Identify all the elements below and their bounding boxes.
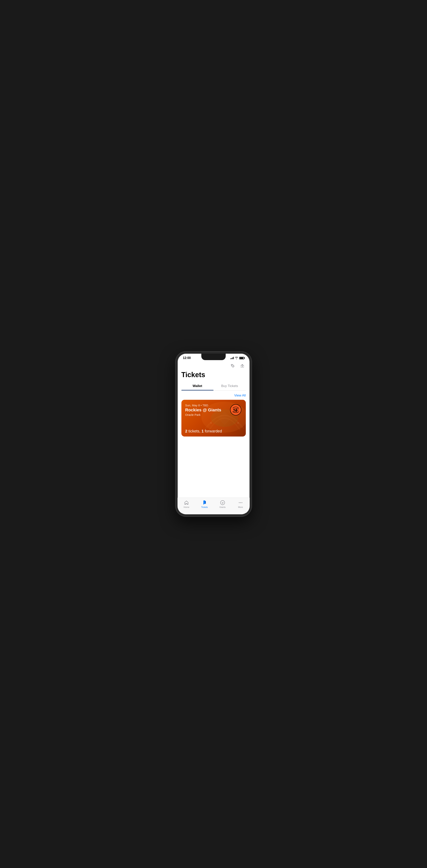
nav-giants[interactable]: SF Giants: [214, 499, 232, 509]
svg-point-12: [240, 502, 241, 503]
ticket-info: Sun, May 8 • TBD Rockies @ Giants Oracle…: [185, 404, 221, 416]
ticket-card[interactable]: Sun, May 8 • TBD Rockies @ Giants Oracle…: [181, 400, 246, 436]
wifi-icon: [235, 357, 238, 359]
nav-home-label: Home: [184, 506, 189, 508]
ticket-bottom: 2 tickets, 1 forwarded: [185, 429, 242, 433]
battery-icon: [239, 357, 244, 359]
share-icon: [240, 363, 245, 368]
tab-buy-tickets[interactable]: Buy Tickets: [214, 382, 246, 390]
svg-point-11: [239, 502, 240, 503]
view-all-button[interactable]: View All: [234, 394, 246, 398]
ticket-date: Sun, May 8 • TBD: [185, 404, 221, 407]
tab-wallet[interactable]: Wallet: [181, 382, 214, 390]
nav-home[interactable]: Home: [178, 499, 195, 509]
page-title: Tickets: [181, 371, 246, 379]
ticket-count: 2: [185, 429, 187, 433]
phone-frame: 12:00: [176, 351, 252, 517]
main-content: View All: [178, 391, 250, 498]
forwarded-count: 1: [202, 429, 204, 433]
more-icon: [238, 500, 243, 505]
nav-tickets-label: Tickets: [201, 506, 208, 508]
status-icons: [230, 357, 244, 359]
header-icons: [181, 361, 246, 371]
ticket-top: Sun, May 8 • TBD Rockies @ Giants Oracle…: [185, 404, 242, 416]
svg-point-8: [204, 502, 205, 502]
view-all-row: View All: [181, 394, 246, 398]
nav-more[interactable]: More: [232, 499, 249, 509]
svg-point-13: [242, 502, 242, 503]
header: Tickets Wallet Buy Tickets: [178, 361, 250, 391]
ticket-matchup: Rockies @ Giants: [185, 408, 221, 412]
home-icon: [184, 500, 189, 505]
notch: [201, 353, 226, 360]
ticket-venue: Oracle Park: [185, 413, 221, 416]
status-time: 12:00: [183, 356, 191, 360]
svg-text:SF: SF: [222, 502, 224, 504]
nav-giants-label: Giants: [219, 506, 226, 508]
tag-icon-button[interactable]: [229, 363, 236, 369]
giants-nav-icon: SF: [220, 500, 225, 505]
svg-text:SF: SF: [233, 407, 238, 413]
tag-icon: [230, 363, 235, 368]
nav-tickets[interactable]: Tickets: [195, 499, 214, 509]
team-logo: SF: [230, 404, 242, 416]
tab-active-indicator: [181, 390, 214, 391]
signal-icon: [230, 357, 234, 359]
nav-more-label: More: [238, 506, 243, 508]
share-icon-button[interactable]: [239, 363, 246, 369]
tabs-bar: Wallet Buy Tickets: [181, 382, 246, 391]
ticket-content: Sun, May 8 • TBD Rockies @ Giants Oracle…: [181, 400, 246, 436]
tickets-icon: [202, 500, 207, 505]
bottom-nav: Home Tickets: [178, 498, 250, 513]
svg-point-0: [232, 365, 232, 366]
app-content: Tickets Wallet Buy Tickets View All: [178, 361, 250, 513]
giants-logo: SF: [230, 404, 241, 415]
